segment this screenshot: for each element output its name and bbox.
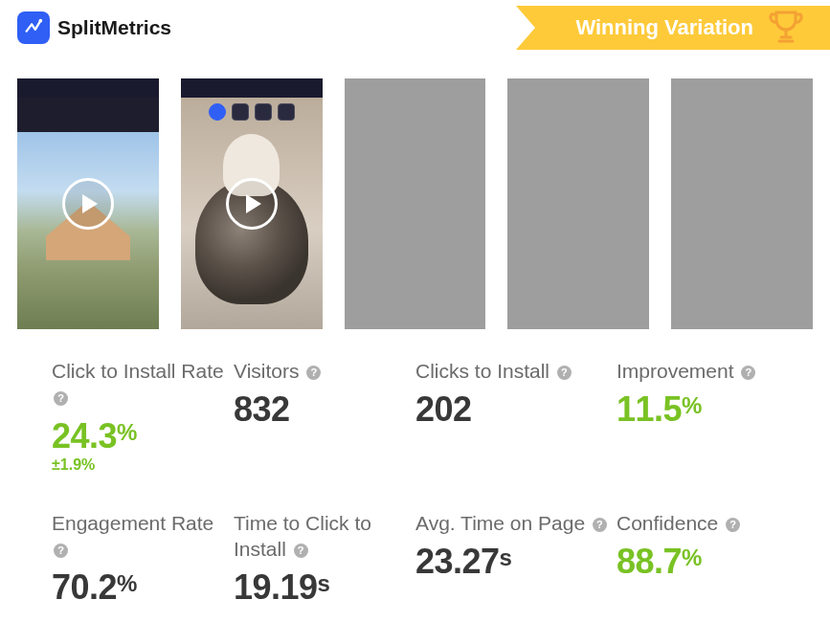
help-icon[interactable]: ? <box>557 366 572 380</box>
variation-thumbnail[interactable] <box>671 78 813 329</box>
variation-thumbnail[interactable] <box>181 78 323 329</box>
metric-label: Clicks to Install <box>415 360 550 382</box>
metric-unit: s <box>318 570 330 596</box>
variation-thumbnail[interactable] <box>17 78 159 329</box>
metric-value: 23.27 <box>415 542 500 581</box>
brand-name: SplitMetrics <box>57 16 171 39</box>
variation-thumbnail[interactable] <box>345 78 486 329</box>
trophy-icon <box>763 5 809 51</box>
metric-improvement: Improvement ? 11.5% <box>617 358 789 474</box>
metric-value: 88.7 <box>617 542 682 581</box>
metric-clicks-to-install: Clicks to Install ? 202 <box>415 358 617 474</box>
metric-value: 832 <box>234 389 290 429</box>
metric-click-to-install-rate: Click to Install Rate ? 24.3% ±1.9% <box>52 358 234 474</box>
help-icon[interactable]: ? <box>726 518 740 532</box>
help-icon[interactable]: ? <box>54 544 68 558</box>
play-icon[interactable] <box>226 178 278 230</box>
metric-margin: ±1.9% <box>52 456 234 474</box>
play-icon[interactable] <box>62 178 114 230</box>
metric-label: Confidence <box>617 512 718 534</box>
metric-unit: % <box>117 570 137 596</box>
metric-unit: s <box>500 544 512 570</box>
metric-avg-time-on-page: Avg. Time on Page ? 23.27s <box>415 510 617 609</box>
metric-value: 11.5 <box>617 389 682 429</box>
metric-visitors: Visitors ? 832 <box>234 358 415 474</box>
help-icon[interactable]: ? <box>54 391 68 406</box>
variation-thumbnail[interactable] <box>507 78 649 329</box>
help-icon[interactable]: ? <box>294 544 308 558</box>
metric-label: Avg. Time on Page <box>415 512 585 534</box>
splitmetrics-icon <box>17 11 50 44</box>
metric-engagement-rate: Engagement Rate ? 70.2% <box>52 510 234 609</box>
metric-label: Improvement <box>617 360 734 382</box>
metric-unit: % <box>682 544 702 570</box>
brand-logo[interactable]: SplitMetrics <box>17 11 171 44</box>
metric-value: 202 <box>415 389 472 429</box>
metric-confidence: Confidence ? 88.7% <box>617 510 789 609</box>
metric-unit: % <box>117 419 137 445</box>
metric-time-to-click-install: Time to Click to Install ? 19.19s <box>234 510 415 609</box>
metric-label: Engagement Rate <box>52 512 213 534</box>
metric-value: 70.2 <box>52 567 117 607</box>
metric-label: Visitors <box>234 360 299 382</box>
metric-label: Click to Install Rate <box>52 360 224 382</box>
variation-thumbnails <box>0 56 830 339</box>
ribbon-label: Winning Variation <box>575 15 753 40</box>
metric-value: 24.3 <box>52 416 117 455</box>
metrics-panel: Click to Install Rate ? 24.3% ±1.9% Visi… <box>11 339 819 636</box>
metric-unit: % <box>682 392 702 418</box>
help-icon[interactable]: ? <box>593 518 607 532</box>
winning-variation-ribbon: Winning Variation <box>535 6 830 50</box>
metric-value: 19.19 <box>234 567 318 607</box>
help-icon[interactable]: ? <box>741 366 755 380</box>
svg-point-0 <box>39 19 43 23</box>
header: SplitMetrics Winning Variation <box>0 0 830 56</box>
help-icon[interactable]: ? <box>306 366 321 380</box>
